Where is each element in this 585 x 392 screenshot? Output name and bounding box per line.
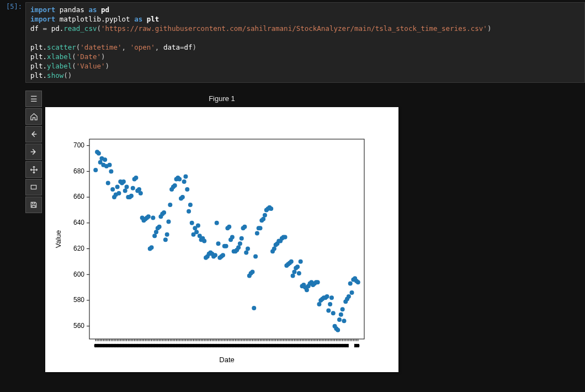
str-url: 'https://raw.githubusercontent.com/sahil… <box>101 24 487 33</box>
obj-plt2: plt. <box>30 52 47 61</box>
c42: , <box>155 43 163 51</box>
mod-matplotlib: matplotlib.pyplot <box>60 15 130 23</box>
fn-ylabel: ylabel <box>47 62 72 70</box>
pan-button[interactable] <box>25 161 42 178</box>
fn-show: show <box>47 71 63 80</box>
rp7: ) <box>68 71 72 80</box>
fn-scatter: scatter <box>47 43 76 51</box>
move-icon <box>30 166 38 174</box>
lp7: ( <box>63 71 68 80</box>
alias-pd: pd <box>101 6 109 14</box>
v-df: df <box>184 43 193 51</box>
menu-icon: ☰ <box>30 94 38 103</box>
obj-plt3: plt. <box>30 62 47 70</box>
kw-as2: as <box>134 15 142 23</box>
alias-plt: plt <box>147 15 159 23</box>
menu-button[interactable]: ☰ <box>25 91 42 107</box>
kw-import: import <box>30 6 55 14</box>
chart-canvas[interactable] <box>45 107 398 372</box>
save-button[interactable] <box>25 197 42 213</box>
str-date: 'Date' <box>76 52 101 61</box>
back-button[interactable] <box>25 126 42 142</box>
figure-title: Figure 1 <box>45 91 398 107</box>
lp: ( <box>97 24 101 33</box>
obj-pd: pd. <box>51 24 64 33</box>
save-icon <box>30 201 38 209</box>
lp5: ( <box>72 52 76 61</box>
lp6: ( <box>72 62 76 70</box>
kw-as: as <box>88 6 97 14</box>
c41: , <box>122 43 130 51</box>
cell-prompt: [5]: <box>0 2 25 12</box>
str-open: 'open' <box>130 43 155 51</box>
svg-rect-0 <box>31 186 36 189</box>
forward-button[interactable] <box>25 144 42 160</box>
str-value: 'Value' <box>76 62 105 70</box>
zoom-rect-icon <box>30 183 38 191</box>
kw-data: data <box>163 43 180 51</box>
op-eq: = <box>43 24 47 33</box>
arrow-left-icon <box>30 130 38 138</box>
mod-pandas: pandas <box>60 6 84 14</box>
rp4: ) <box>193 43 197 51</box>
home-button[interactable] <box>25 108 42 125</box>
eq4: = <box>180 43 184 51</box>
obj-plt4: plt. <box>30 71 47 80</box>
fn-xlabel: xlabel <box>47 52 72 61</box>
figure-toolbar: ☰ <box>25 91 42 214</box>
rp6: ) <box>105 62 109 70</box>
code-cell: [5]: import pandas as pd import matplotl… <box>0 0 585 83</box>
str-datetime: 'datetime' <box>80 43 121 51</box>
var-df: df <box>30 24 39 33</box>
arrow-right-icon <box>30 148 38 156</box>
fn-readcsv: read_csv <box>63 24 97 33</box>
zoom-button[interactable] <box>25 179 42 195</box>
code-input[interactable]: import pandas as pd import matplotlib.py… <box>25 2 585 83</box>
output-area: ☰ Figure 1 <box>25 91 585 372</box>
rp: ) <box>487 24 492 33</box>
obj-plt1: plt. <box>30 43 47 51</box>
kw-import2: import <box>30 15 55 23</box>
rp5: ) <box>101 52 105 61</box>
home-icon <box>30 113 38 121</box>
figure-wrap: Figure 1 <box>45 91 398 372</box>
